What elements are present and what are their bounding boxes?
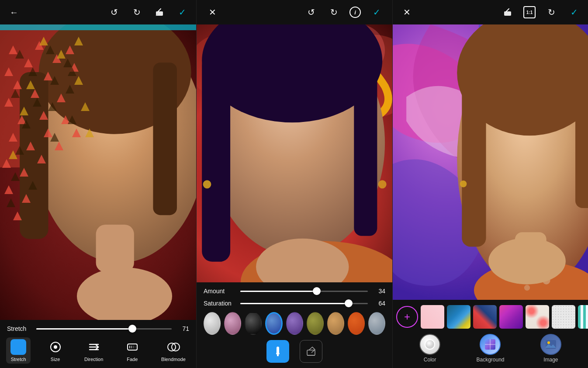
panel1-topbar-right: ↺ ↻ ✓	[107, 5, 189, 19]
panel2-canvas[interactable]	[197, 24, 392, 282]
panel3-refresh-button[interactable]: ↻	[544, 5, 558, 19]
svg-marker-22	[39, 111, 48, 120]
color-swatches	[204, 312, 385, 335]
swatch-olive[interactable]	[307, 312, 324, 335]
svg-marker-40	[11, 89, 20, 98]
amount-slider-row: Amount 34	[204, 288, 385, 295]
bg-swatch-triangle-pattern[interactable]	[526, 305, 549, 329]
eraser-button[interactable]	[152, 5, 166, 19]
tool-blendmode-label: Blendmode	[161, 357, 186, 362]
svg-point-88	[203, 180, 211, 188]
svg-point-111	[425, 340, 434, 349]
eraser-tool-button[interactable]	[300, 340, 322, 363]
redo-button[interactable]: ↻	[130, 5, 144, 19]
panel1-canvas[interactable]	[0, 24, 196, 320]
add-background-button[interactable]: +	[396, 306, 418, 328]
amount-label: Amount	[204, 288, 235, 295]
swatch-pink[interactable]	[224, 312, 241, 335]
svg-rect-102	[462, 63, 486, 246]
type-color[interactable]: Color	[419, 334, 440, 363]
panel2-redo-button[interactable]: ↻	[327, 5, 341, 19]
svg-marker-54	[57, 50, 66, 59]
swatch-gray[interactable]	[368, 312, 385, 335]
info-button[interactable]: i	[349, 7, 361, 18]
panel3-image	[393, 24, 588, 300]
svg-marker-46	[66, 85, 74, 94]
panel2-topbar-icons: ↺ ↻ i ✓	[304, 5, 384, 19]
svg-marker-32	[72, 128, 81, 137]
bg-swatch-dots[interactable]	[552, 305, 575, 329]
direction-icon	[86, 339, 102, 355]
saturation-label: Saturation	[204, 300, 235, 307]
bg-swatch-purple[interactable]	[499, 305, 523, 329]
type-image[interactable]: Image	[540, 334, 561, 363]
tools-row: Stretch Size	[0, 336, 196, 365]
panel2-close-button[interactable]: ✕	[205, 5, 219, 19]
saturation-slider[interactable]	[240, 303, 368, 304]
confirm-button[interactable]: ✓	[175, 5, 189, 19]
svg-point-63	[13, 345, 16, 348]
swatch-blue[interactable]	[265, 312, 283, 335]
image-type-label: Image	[543, 357, 558, 363]
brush-row	[204, 340, 385, 363]
panel-color: ✕ ↺ ↻ i ✓	[196, 0, 392, 368]
svg-marker-51	[28, 181, 37, 190]
panel3-topbar-right: 1:1 ↻ ✓	[501, 5, 581, 19]
bg-swatch-colorful[interactable]	[447, 305, 470, 329]
svg-marker-56	[26, 80, 35, 89]
bg-swatch-stripes[interactable]	[578, 305, 588, 329]
stretch-label: Stretch	[7, 325, 31, 332]
undo-button[interactable]: ↺	[107, 5, 121, 19]
svg-marker-24	[9, 133, 17, 142]
stretch-value: 71	[177, 325, 189, 332]
swatch-orange[interactable]	[348, 312, 365, 335]
swatch-tan[interactable]	[327, 312, 344, 335]
aspect-ratio-button[interactable]: 1:1	[523, 6, 536, 18]
type-row: Color	[393, 332, 588, 365]
amount-slider[interactable]	[240, 291, 368, 292]
bg-swatch-pink[interactable]	[421, 305, 444, 329]
swatch-purple[interactable]	[286, 312, 303, 335]
type-background[interactable]: Background	[476, 334, 504, 363]
swatch-silver[interactable]	[204, 312, 221, 335]
stretch-icon	[10, 339, 26, 355]
tool-blendmode[interactable]: Blendmode	[157, 337, 190, 364]
svg-marker-10	[9, 45, 17, 54]
panel-stretch: ← ↺ ↻ ✓	[0, 0, 196, 368]
svg-marker-57	[74, 76, 83, 85]
swatch-black[interactable]	[245, 312, 262, 335]
saturation-value: 64	[373, 300, 385, 307]
panel3-eraser-button[interactable]	[501, 5, 515, 19]
svg-marker-37	[28, 67, 37, 76]
tool-stretch[interactable]: Stretch	[6, 337, 31, 364]
background-type-icon	[480, 334, 501, 355]
svg-point-109	[488, 238, 566, 285]
svg-point-89	[378, 180, 387, 188]
svg-marker-26	[44, 128, 52, 137]
svg-rect-72	[128, 344, 137, 350]
panel3-canvas[interactable]	[393, 24, 588, 300]
bg-swatch-red-blue[interactable]	[473, 305, 497, 329]
svg-point-108	[460, 181, 467, 187]
svg-rect-86	[202, 56, 230, 262]
stretch-slider[interactable]	[36, 328, 172, 330]
panel3-close-button[interactable]: ✕	[400, 5, 414, 19]
fade-icon	[125, 339, 140, 355]
svg-marker-45	[48, 102, 57, 111]
svg-marker-30	[37, 155, 46, 163]
panel3-bottom: +	[393, 300, 588, 368]
svg-marker-16	[31, 89, 39, 98]
tool-direction[interactable]: Direction	[80, 337, 107, 364]
image-type-icon	[540, 334, 561, 355]
svg-marker-15	[13, 80, 22, 89]
panel2-undo-button[interactable]: ↺	[304, 5, 318, 19]
tool-size[interactable]: Size	[43, 337, 68, 364]
brush-button[interactable]	[266, 340, 289, 363]
panel2-confirm-button[interactable]: ✓	[370, 5, 384, 19]
panel1-topbar: ← ↺ ↻ ✓	[0, 0, 196, 24]
svg-rect-87	[354, 56, 377, 236]
tool-fade[interactable]: Fade	[120, 337, 145, 364]
svg-marker-23	[57, 94, 66, 102]
back-button[interactable]: ←	[7, 5, 21, 19]
panel3-confirm-button[interactable]: ✓	[567, 5, 581, 19]
